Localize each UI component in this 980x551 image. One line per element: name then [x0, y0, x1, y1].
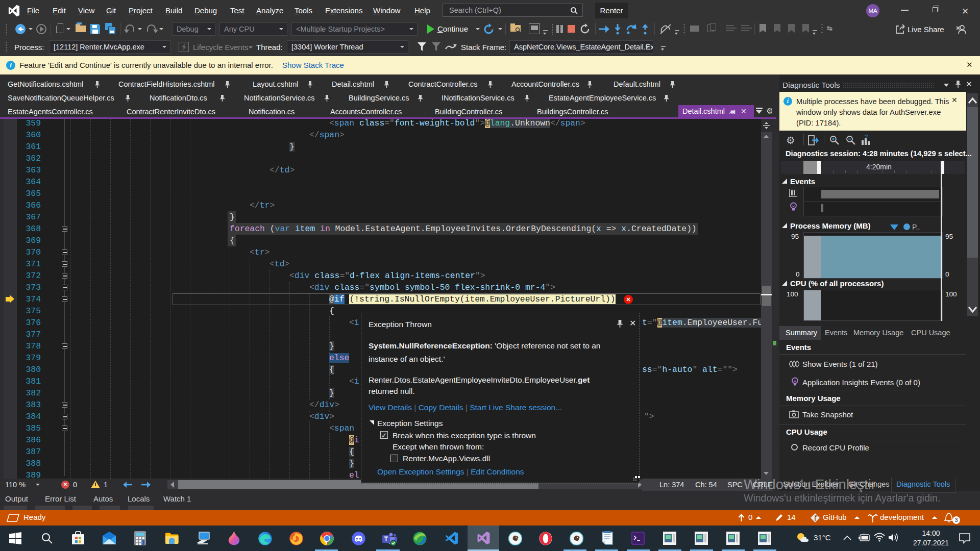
svg-text:?: ? [865, 134, 868, 140]
